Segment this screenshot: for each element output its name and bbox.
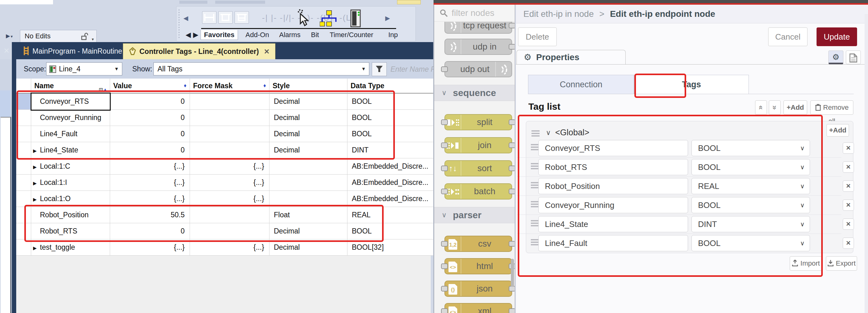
palette-node-html[interactable]: <>html bbox=[444, 258, 512, 274]
palette-node-join[interactable]: join bbox=[444, 137, 512, 153]
instr-tab-timercounter[interactable]: Timer/Counter bbox=[327, 30, 376, 40]
node-output-port[interactable] bbox=[509, 119, 515, 125]
palette-node-xml[interactable]: <>xml bbox=[444, 303, 512, 313]
node-output-port[interactable] bbox=[509, 143, 515, 148]
force-mask-cell[interactable]: {...} bbox=[190, 158, 270, 175]
export-button[interactable]: Export bbox=[826, 256, 857, 271]
remove-tag-button[interactable]: ✕ bbox=[843, 181, 854, 192]
branch-level-instruction-icon[interactable] bbox=[235, 11, 249, 24]
palette-category-label: sequence bbox=[453, 85, 496, 101]
node-output-port[interactable] bbox=[509, 241, 515, 247]
scope-dropdown[interactable]: Line_4 ▼ bbox=[46, 62, 122, 75]
node-input-port[interactable] bbox=[441, 66, 448, 72]
cancel-button[interactable]: Cancel bbox=[768, 27, 807, 46]
style-cell[interactable] bbox=[270, 175, 347, 191]
palette-node-json[interactable]: {}json bbox=[444, 281, 512, 297]
remove-tag-button[interactable]: ✕ bbox=[843, 219, 854, 230]
node-label: csv bbox=[461, 236, 508, 251]
node-output-port[interactable] bbox=[509, 189, 515, 194]
rung-instruction-icon[interactable] bbox=[202, 11, 216, 24]
palette-search[interactable]: filter nodes bbox=[434, 5, 515, 22]
node-label: html bbox=[461, 259, 508, 274]
tab-scroll-right-icon[interactable]: ▶ bbox=[190, 30, 202, 40]
instr-tab-bit[interactable]: Bit bbox=[308, 30, 322, 40]
node-output-port[interactable] bbox=[509, 165, 515, 171]
row-selector-cell[interactable] bbox=[15, 158, 31, 175]
instr-tab-favorites[interactable]: Favorites bbox=[200, 30, 238, 40]
add-tag-button[interactable]: +Add bbox=[783, 100, 807, 115]
panel-close-icon[interactable]: ✕ bbox=[2, 45, 11, 56]
tag-name-cell[interactable]: ▶Local:1:I bbox=[31, 175, 110, 191]
node-description-button[interactable] bbox=[846, 51, 861, 64]
palette-node-udp-in[interactable]: udp in bbox=[444, 39, 512, 55]
expand-row-icon[interactable]: ▶ bbox=[33, 176, 40, 191]
branch-instruction-icon[interactable] bbox=[218, 11, 233, 24]
scroll-right-icon[interactable]: ▶ bbox=[385, 12, 390, 24]
node-output-port[interactable] bbox=[509, 23, 515, 28]
tag-value-cell[interactable]: {...} bbox=[110, 175, 190, 191]
remove-tag-button[interactable]: ✕ bbox=[843, 143, 854, 154]
tag-value-cell[interactable]: {...} bbox=[110, 158, 190, 175]
force-mask-cell[interactable]: {...} bbox=[190, 175, 270, 191]
palette-category-sequence[interactable]: ∨sequence bbox=[434, 85, 515, 101]
node-input-port[interactable] bbox=[441, 189, 448, 194]
data-type-cell[interactable]: AB:Embedded_Discre... bbox=[347, 158, 433, 175]
close-tab-icon[interactable]: ✕ bbox=[264, 48, 270, 56]
move-tag-up-button[interactable]: « bbox=[755, 100, 767, 115]
expand-row-icon[interactable]: ▶ bbox=[33, 240, 40, 256]
update-button[interactable]: Update bbox=[816, 27, 857, 46]
palette-scrollbar[interactable] bbox=[511, 259, 514, 287]
remove-all-button[interactable]: Remove all bbox=[810, 100, 853, 115]
move-tag-down-button[interactable]: » bbox=[769, 100, 781, 115]
delete-button[interactable]: Delete bbox=[518, 27, 557, 46]
node-input-port[interactable] bbox=[441, 143, 448, 148]
document-tab-controller-tags[interactable]: Controller Tags - Line_4(controller)✕ bbox=[123, 43, 275, 59]
toolbar-highlighted-icon[interactable] bbox=[397, 0, 421, 4]
tag-name-cell[interactable]: ▶Local:1:C bbox=[31, 158, 110, 175]
node-input-port[interactable] bbox=[441, 308, 448, 313]
node-output-port[interactable] bbox=[509, 44, 515, 50]
rung-state-dropdown[interactable]: ▶▼ bbox=[4, 31, 15, 42]
name-filter-placeholder[interactable]: Enter Name Filt bbox=[391, 62, 440, 76]
network-path-icon[interactable] bbox=[320, 10, 338, 27]
instr-tab-addon[interactable]: Add-On bbox=[242, 30, 272, 40]
palette-node-csv[interactable]: 1,2csv bbox=[444, 236, 512, 252]
palette-node-udp-out[interactable]: udp out bbox=[444, 61, 512, 77]
group-add-tag-button[interactable]: +Add bbox=[827, 124, 849, 136]
node-input-port[interactable] bbox=[441, 165, 448, 171]
tray-scrollbar[interactable] bbox=[865, 14, 868, 313]
breadcrumb-parent[interactable]: Edit eth-ip in node bbox=[516, 9, 594, 19]
close-icon: ✕ bbox=[846, 164, 851, 170]
row-selector-cell[interactable] bbox=[15, 175, 31, 191]
palette-node-split[interactable]: split bbox=[444, 114, 512, 130]
instr-tab-alarms[interactable]: Alarms bbox=[276, 30, 304, 40]
instr-tab-input-truncated[interactable]: Inp bbox=[385, 30, 401, 40]
style-cell[interactable] bbox=[270, 158, 347, 175]
scroll-left-icon[interactable]: ◀ bbox=[183, 12, 188, 24]
palette-node-tcp-request[interactable]: tcp request bbox=[444, 22, 512, 34]
toolbar-drag-handle[interactable] bbox=[178, 9, 180, 39]
plus-icon: + bbox=[786, 103, 790, 111]
tab-properties[interactable]: ⚙ Properties bbox=[517, 50, 626, 65]
edit-properties-icon-button[interactable]: ⚙ bbox=[828, 51, 843, 64]
remove-tag-button[interactable]: ✕ bbox=[843, 199, 854, 211]
node-input-port[interactable] bbox=[441, 119, 448, 125]
expand-row-icon[interactable]: ▶ bbox=[33, 159, 40, 175]
node-input-port[interactable] bbox=[441, 263, 448, 269]
close-icon: ✕ bbox=[846, 221, 851, 227]
palette-node-batch[interactable]: batch bbox=[444, 183, 512, 199]
data-type-cell[interactable]: AB:Embedded_Discre... bbox=[347, 175, 433, 191]
tab-connection[interactable]: Connection bbox=[528, 75, 634, 94]
remove-tag-button[interactable]: ✕ bbox=[843, 238, 854, 249]
show-dropdown[interactable]: All Tags ▼ bbox=[153, 62, 369, 75]
node-output-port[interactable] bbox=[509, 308, 515, 313]
node-input-port[interactable] bbox=[441, 286, 448, 291]
select-pointer-icon[interactable] bbox=[295, 9, 311, 27]
document-tab-main-routine[interactable]: MainProgram - MainRoutine bbox=[18, 43, 128, 59]
name-filter-button[interactable] bbox=[372, 62, 387, 76]
palette-node-sort[interactable]: ↑↓sort bbox=[444, 160, 512, 177]
remove-tag-button[interactable]: ✕ bbox=[843, 161, 854, 173]
node-input-port[interactable] bbox=[441, 241, 448, 247]
controller-device-icon[interactable] bbox=[350, 9, 361, 27]
palette-category-parser[interactable]: ∨parser bbox=[434, 207, 515, 223]
